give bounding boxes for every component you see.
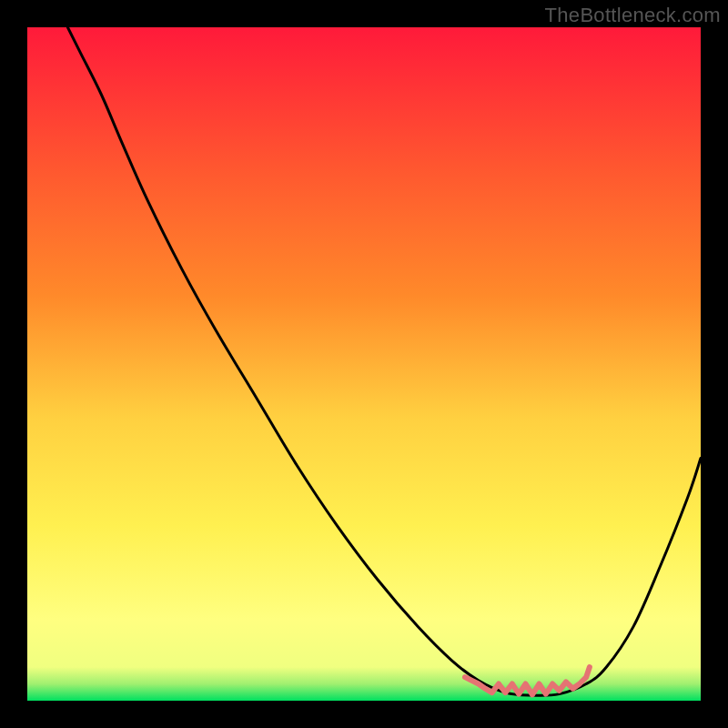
- chart-svg: [27, 27, 701, 701]
- gradient-background: [27, 27, 701, 701]
- chart-container: TheBottleneck.com: [0, 0, 728, 728]
- watermark-text: TheBottleneck.com: [545, 4, 721, 27]
- plot-area: [27, 27, 701, 701]
